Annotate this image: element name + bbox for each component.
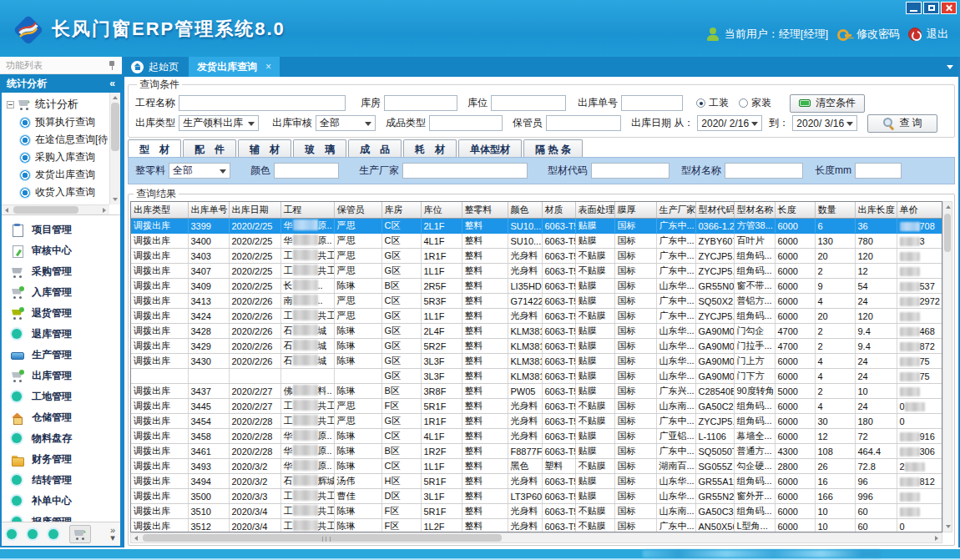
sidebar-item[interactable]: 工地管理: [2, 386, 120, 407]
scroll-left-icon[interactable]: [134, 536, 138, 541]
material-tab[interactable]: 辅 材: [238, 139, 291, 157]
sidebar-item[interactable]: 报废管理: [2, 512, 120, 522]
more-modules-button[interactable]: »▾: [110, 527, 115, 542]
sidebar-item[interactable]: 退库管理: [2, 324, 120, 345]
column-header[interactable]: 表面处理: [575, 202, 614, 219]
factory-input[interactable]: [402, 163, 528, 179]
column-header[interactable]: 库房: [381, 202, 421, 219]
material-tab[interactable]: 单体型材: [458, 139, 522, 157]
tree-item[interactable]: 预算执行查询: [7, 114, 109, 131]
minimize-button[interactable]: [906, 2, 922, 14]
module-shortcut-icon[interactable]: [48, 529, 58, 539]
tab-list-caret-icon[interactable]: [947, 65, 953, 69]
table-row[interactable]: 调拨出库34072020/2/25工共工程严思G区1L1F整料光身料6063-T…: [131, 264, 942, 279]
table-row[interactable]: 调拨出库34292020/2/26石城陈琳G区5R2F整料KLM38176063…: [131, 339, 942, 354]
table-row[interactable]: 调拨出库34372020/2/27佛料..陈琳B区3R8F整料PW056063-…: [131, 384, 942, 399]
color-input[interactable]: [274, 163, 339, 179]
table-row[interactable]: 调拨出库34002020/2/25华原..严思C区4L1F整料SU10...60…: [131, 234, 942, 249]
table-horizontal-scrollbar[interactable]: [130, 532, 942, 543]
column-header[interactable]: 数量: [815, 202, 855, 219]
table-row[interactable]: 调拨出库34032020/2/25工共工程严思G区1R1F整料光身料6063-T…: [131, 249, 942, 264]
column-header[interactable]: 整零料: [462, 202, 508, 219]
table-row[interactable]: 调拨出库35102020/3/4工共工程陈琳F区5R1F整料光身料6063-T5…: [131, 504, 942, 519]
table-row[interactable]: 调拨出库35002020/3/3工共工程曹佳D区3L1F整料LT3P606063…: [131, 489, 942, 504]
table-row[interactable]: 调拨出库34932020/3/2华原..陈琳C区1L1F整料黑色塑料不贴膜国标湖…: [131, 459, 942, 474]
table-row[interactable]: 调拨出库34542020/2/28工共工程严思G区1R1F整料光身料6063-T…: [131, 414, 942, 429]
material-tab[interactable]: 隔 热 条: [523, 139, 583, 157]
tree-collapse-icon[interactable]: [7, 101, 14, 108]
material-tab[interactable]: 配 件: [183, 139, 236, 157]
table-row[interactable]: G区3L3F整料KLM38176063-T5贴膜国标山东华...GA90M09.…: [131, 369, 942, 384]
tree-root[interactable]: 统计分析: [7, 95, 109, 114]
location-input[interactable]: [491, 95, 566, 111]
table-row[interactable]: 调拨出库34302020/2/26石城陈琳G区3L3F整料KLM38176063…: [131, 354, 942, 369]
module-shortcut-icon[interactable]: [28, 529, 38, 539]
cart-shortcut-button[interactable]: [69, 525, 91, 543]
audit-select[interactable]: 全部: [316, 115, 376, 131]
column-header[interactable]: 出库长度: [855, 202, 897, 219]
material-tab[interactable]: 成 品: [348, 139, 402, 157]
sidebar-item[interactable]: 生产管理: [2, 345, 120, 366]
sidebar-item[interactable]: 审核中心: [2, 240, 120, 261]
column-header[interactable]: 生产厂家: [656, 202, 695, 219]
scroll-up-icon[interactable]: [113, 96, 118, 99]
maximize-button[interactable]: [923, 2, 939, 14]
table-vertical-scrollbar[interactable]: [942, 201, 952, 532]
product-type-input[interactable]: [429, 115, 503, 131]
close-button[interactable]: [941, 2, 957, 14]
project-name-input[interactable]: [179, 95, 346, 111]
sidebar-item[interactable]: 退货管理: [2, 303, 120, 324]
table-row[interactable]: 调拨出库33992020/2/25华原..严思C区2L1F整料SU10...60…: [131, 219, 942, 234]
tree-hscroll-thumb[interactable]: [13, 206, 78, 214]
column-header[interactable]: 出库类型: [131, 202, 188, 219]
sidebar-item[interactable]: 采购管理: [2, 261, 120, 282]
column-header[interactable]: 单价: [897, 202, 942, 219]
collapse-icon[interactable]: «: [109, 78, 115, 89]
out-type-select[interactable]: 生产领料出库: [179, 115, 259, 131]
column-header[interactable]: 工程: [280, 202, 334, 219]
warehouse-input[interactable]: [384, 95, 457, 111]
sidebar-item[interactable]: 补单中心: [2, 491, 120, 512]
column-header[interactable]: 出库日期: [229, 202, 280, 219]
material-tab[interactable]: 型 材: [128, 139, 181, 157]
table-row[interactable]: 调拨出库34582020/2/28华原..陈琳C区4L1F整料光身料6063-T…: [131, 429, 942, 444]
tree-item[interactable]: 采购入库查询: [7, 149, 109, 166]
tree-item[interactable]: 在途信息查询[待: [7, 131, 109, 149]
column-header[interactable]: 长度: [775, 202, 815, 219]
column-header[interactable]: 型材名称: [734, 202, 775, 219]
column-header[interactable]: 颜色: [508, 202, 542, 219]
tab-close-icon[interactable]: ×: [265, 61, 271, 73]
sidebar-item[interactable]: 项目管理: [2, 219, 120, 240]
column-header[interactable]: 膜厚: [614, 202, 656, 219]
table-row[interactable]: 调拨出库34942020/3/2石辉城汤伟H区5R1F整料光身料6063-T5贴…: [131, 474, 942, 489]
scroll-right-icon[interactable]: [103, 208, 106, 213]
date-from-picker[interactable]: 2020/ 2/16: [697, 115, 762, 131]
module-shortcut-icon[interactable]: [7, 529, 17, 539]
length-input[interactable]: [855, 163, 902, 179]
tree-vertical-scrollbar[interactable]: [109, 93, 120, 204]
material-tab[interactable]: 耗 材: [403, 139, 457, 157]
radio-gongzhuang[interactable]: 工装: [696, 96, 729, 110]
scroll-down-icon[interactable]: [946, 525, 951, 528]
section-header[interactable]: 统计分析 «: [0, 74, 122, 93]
clear-conditions-button[interactable]: 清空条件: [790, 94, 865, 113]
date-to-picker[interactable]: 2020/ 3/16: [792, 115, 857, 131]
table-row[interactable]: 调拨出库34242020/2/26工共工程严思G区1L1F整料光身料6063-T…: [131, 309, 942, 324]
sidebar-item[interactable]: 出库管理: [2, 366, 120, 386]
profile-code-input[interactable]: [591, 163, 669, 179]
scroll-left-icon[interactable]: [5, 208, 8, 213]
table-row[interactable]: 调拨出库34092020/2/25长..陈琳B区2R5F整料LI35HD6063…: [131, 279, 942, 294]
change-password-button[interactable]: 修改密码: [836, 27, 900, 42]
tree-item[interactable]: 收货入库查询: [7, 184, 109, 201]
table-row[interactable]: 调拨出库34282020/2/26石城陈琳G区2L4F整料KLM38176063…: [131, 324, 942, 339]
tab-shipment-outbound-query[interactable]: 发货出库查询 ×: [189, 57, 280, 77]
sidebar-item[interactable]: 入库管理: [2, 282, 120, 303]
search-button[interactable]: 查 询: [867, 114, 937, 133]
column-header[interactable]: 出库单号: [188, 202, 229, 219]
column-header[interactable]: 库位: [421, 202, 462, 219]
table-vscroll-thumb[interactable]: [944, 214, 951, 252]
whole-part-select[interactable]: 全部: [169, 163, 230, 179]
tree-vscroll-thumb[interactable]: [111, 103, 119, 151]
sidebar-item[interactable]: 财务管理: [2, 449, 120, 470]
tab-home[interactable]: 起始页: [124, 57, 189, 77]
